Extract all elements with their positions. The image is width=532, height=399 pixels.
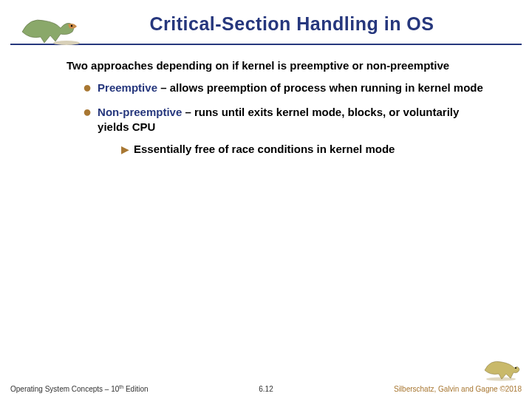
slide-header: Critical-Section Handling in OS (0, 0, 532, 39)
bullet-rest: – allows preemption of process when runn… (157, 81, 483, 94)
bullet-item: ● Non-preemptive – runs until exits kern… (83, 105, 488, 157)
term: Preemptive (98, 81, 157, 94)
svg-point-0 (53, 41, 80, 45)
slide-title: Critical-Section Handling in OS (66, 13, 517, 35)
footer-page-number: 6.12 (259, 385, 273, 393)
dinosaur-icon (15, 6, 81, 47)
footer-right: Silberschatz, Galvin and Gagne ©2018 (394, 385, 522, 393)
svg-point-1 (71, 25, 72, 27)
slide-footer: Operating System Concepts – 10th Edition… (0, 384, 532, 393)
bullet-item: ● Preemptive – allows preemption of proc… (83, 81, 488, 95)
dinosaur-icon (481, 352, 522, 381)
sub-bullet-text: Essentially free of race conditions in k… (134, 142, 395, 157)
sub-bullet-item: ▶ Essentially free of race conditions in… (121, 142, 488, 157)
bullet-icon: ● (83, 105, 92, 118)
bullet-text: Preemptive – allows preemption of proces… (98, 81, 483, 95)
svg-point-3 (515, 367, 516, 369)
bullet-text: Non-preemptive – runs until exits kernel… (98, 105, 488, 135)
term: Non-preemptive (98, 106, 182, 118)
bullet-icon: ● (83, 81, 92, 94)
footer-left-suffix: Edition (123, 385, 148, 393)
slide-content: Two approaches depending on if kernel is… (0, 45, 532, 157)
footer-left: Operating System Concepts – 10th Edition (10, 384, 149, 393)
intro-text: Two approaches depending on if kernel is… (66, 58, 488, 73)
arrow-icon: ▶ (121, 142, 129, 157)
footer-left-prefix: Operating System Concepts – 10 (10, 385, 119, 393)
